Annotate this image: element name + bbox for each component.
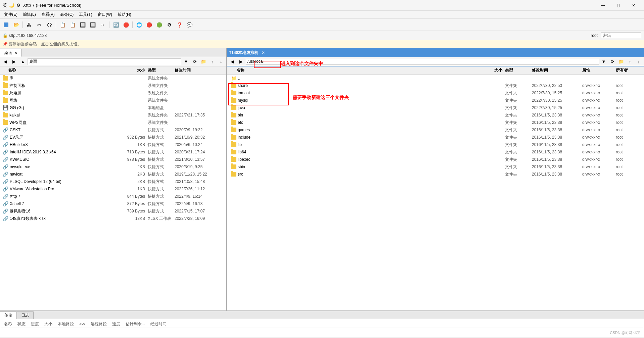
right-list-item[interactable]: mysql 文件夹 2022/7/30, 15:25 drwxr-xr-x ro… xyxy=(227,97,644,104)
left-header-date[interactable]: 修改时间 xyxy=(175,67,225,73)
toolbar-btn-12[interactable]: 🌐 xyxy=(134,20,144,30)
toolbar-btn-3[interactable]: ✂ xyxy=(35,20,44,30)
left-list-item[interactable]: kaikai 系统文件夹 2022/7/21, 17:35 xyxy=(0,111,226,119)
left-list-item[interactable]: 🔗IntelliJ IDEA 2019.3.3 x64 713 Bytes 快捷… xyxy=(0,148,226,156)
toolbar-btn-10[interactable]: 🔄 xyxy=(111,20,121,30)
left-list-item[interactable]: 网络 系统文件夹 xyxy=(0,97,226,104)
minimize-button[interactable]: — xyxy=(595,0,610,11)
toolbar-btn-16[interactable]: ❓ xyxy=(175,20,184,30)
menu-view[interactable]: 查看(V) xyxy=(39,11,57,18)
menu-window[interactable]: 窗口(W) xyxy=(95,11,115,18)
menu-command[interactable]: 命令(C) xyxy=(57,11,77,18)
toolbar-btn-7[interactable]: 🔲 xyxy=(78,20,87,30)
toolbar-btn-13[interactable]: 🔴 xyxy=(144,20,154,30)
left-scroll-down[interactable]: ↓ xyxy=(217,58,225,66)
left-tab-close[interactable]: ✕ xyxy=(14,51,17,55)
right-list-item[interactable]: java 文件夹 2022/7/30, 15:25 drwxr-xr-x roo… xyxy=(227,104,644,111)
left-header-size[interactable]: 大小 xyxy=(114,67,148,73)
bottom-tab-transfer[interactable]: 传输 xyxy=(0,311,17,319)
conn-password-input[interactable] xyxy=(601,32,641,39)
toolbar-btn-8[interactable]: 🔲 xyxy=(88,20,97,30)
left-list-item[interactable]: 🔗PLSQL Developer 12 (64 bit) 2KB 快捷方式 20… xyxy=(0,178,226,185)
toolbar-btn-6[interactable]: 📋 xyxy=(68,20,77,30)
left-path-dropdown[interactable]: ▼ xyxy=(182,58,190,66)
right-path-input[interactable] xyxy=(246,58,599,65)
left-new-folder-button[interactable]: 📁 xyxy=(199,58,208,66)
right-list-item[interactable]: lib 文件夹 2016/11/5, 23:38 drwxr-xr-x root xyxy=(227,141,644,148)
right-header-size[interactable]: 大小 xyxy=(471,67,505,73)
toolbar-btn-9[interactable]: ↔ xyxy=(98,20,107,30)
left-list-item[interactable]: 🔗navicat 2KB 快捷方式 2019/11/28, 15:22 xyxy=(0,171,226,178)
menu-edit[interactable]: 编辑(L) xyxy=(20,11,39,18)
left-list-item[interactable]: 🔗Xshell 7 872 Bytes 快捷方式 2022/4/9, 16:13 xyxy=(0,200,226,207)
left-list-item[interactable]: 🔗KWMUSIC 978 Bytes 快捷方式 2021/3/10, 13:57 xyxy=(0,156,226,163)
right-scroll-down[interactable]: ↓ xyxy=(635,57,643,65)
right-list-item[interactable]: bin 文件夹 2016/11/5, 23:38 drwxr-xr-x root xyxy=(227,111,644,119)
menu-help[interactable]: 帮助(H) xyxy=(115,11,134,18)
toolbar-btn-15[interactable]: ⚙ xyxy=(165,20,174,30)
right-header-owner[interactable]: 所有者 xyxy=(616,67,643,73)
left-list-item[interactable]: 🔗148班Y1数表表.xlsx 13KB XLSX 工作表 2022/7/28,… xyxy=(0,215,226,222)
toolbar-btn-5[interactable]: 📋 xyxy=(58,20,67,30)
right-list-item[interactable]: lib64 文件夹 2016/11/5, 23:38 drwxr-xr-x ro… xyxy=(227,148,644,156)
right-list-item[interactable]: etc 文件夹 2016/11/5, 23:38 drwxr-xr-x root xyxy=(227,119,644,126)
left-list-item[interactable]: 🔗Xftp 7 844 Bytes 快捷方式 2022/4/9, 16:14 xyxy=(0,193,226,200)
restore-button[interactable]: ⎕ xyxy=(610,0,626,11)
left-tab-desktop[interactable]: 桌面 ✕ xyxy=(0,49,21,57)
right-back-button[interactable]: ◀ xyxy=(228,57,236,65)
right-list-item[interactable]: 📁.. xyxy=(227,75,644,82)
right-scroll-up[interactable]: ↑ xyxy=(626,57,634,65)
menu-file[interactable]: 文件(E) xyxy=(1,11,20,18)
left-list-item[interactable]: 此电脑 系统文件夹 xyxy=(0,89,226,97)
left-list-item[interactable]: 🔗暴风影音16 739 Bytes 快捷方式 2022/7/15, 17:07 xyxy=(0,207,226,215)
right-header-type[interactable]: 类型 xyxy=(505,67,532,73)
gear-icon[interactable]: ⚙ xyxy=(16,3,20,8)
right-panel: T148本地虚拟机 ✕ ◀ ▶ ▼ ⟳ 📁 ↑ ↓ 名称 大小 类型 修改时间 … xyxy=(227,48,644,310)
left-list-item[interactable]: 🔗CSKT 快捷方式 2020/7/9, 19:32 xyxy=(0,126,226,134)
toolbar-btn-11[interactable]: 🛑 xyxy=(121,20,131,30)
toolbar-btn-14[interactable]: 🟢 xyxy=(154,20,164,30)
toolbar-btn-17[interactable]: 💬 xyxy=(185,20,194,30)
left-list-item[interactable]: 🔗VMware Workstation Pro 1KB 快捷方式 2022/7/… xyxy=(0,185,226,193)
right-tab-close[interactable]: ✕ xyxy=(262,50,265,55)
right-list-item[interactable]: include 文件夹 2016/11/5, 23:38 drwxr-xr-x … xyxy=(227,134,644,141)
left-back-button[interactable]: ◀ xyxy=(1,58,9,66)
right-file-list[interactable]: 📁.. share 文件夹 2022/7/30, 22:53 drwxr-xr-… xyxy=(227,75,644,310)
left-up-button[interactable]: ▲ xyxy=(19,58,27,66)
left-file-list[interactable]: 库 系统文件夹 控制面板 系统文件夹 此电脑 系统文件夹 网络 系统文件夹 💾G… xyxy=(0,75,226,310)
left-forward-button[interactable]: ▶ xyxy=(10,58,18,66)
right-header-name[interactable]: 名称 xyxy=(230,67,471,73)
left-list-item[interactable]: 💾GG (G:) 本地磁盘 xyxy=(0,104,226,111)
left-refresh-button[interactable]: ⟳ xyxy=(191,58,199,66)
right-path-dropdown[interactable]: ▼ xyxy=(600,57,608,65)
left-list-item[interactable]: 🔗mysqld.exe 2KB 快捷方式 2020/3/19, 9:35 xyxy=(0,163,226,171)
left-header-name[interactable]: 名称 xyxy=(1,67,114,73)
left-path-input[interactable] xyxy=(28,58,181,65)
right-list-item[interactable]: share 文件夹 2022/7/30, 22:53 drwxr-xr-x ro… xyxy=(227,82,644,89)
bh-eta: 估计剩余... xyxy=(123,321,148,327)
right-forward-button[interactable]: ▶ xyxy=(237,57,245,65)
toolbar-btn-4[interactable]: 🗘 xyxy=(45,20,54,30)
right-header-date[interactable]: 修改时间 xyxy=(532,67,582,73)
bottom-tab-log[interactable]: 日志 xyxy=(17,311,34,319)
right-list-item[interactable]: src 文件夹 2016/11/5, 23:38 drwxr-xr-x root xyxy=(227,171,644,178)
left-list-item[interactable]: 🔗HBuilderX 1KB 快捷方式 2020/5/6, 10:24 xyxy=(0,141,226,148)
left-list-item[interactable]: 控制面板 系统文件夹 xyxy=(0,82,226,89)
left-header-type[interactable]: 类型 xyxy=(148,67,175,73)
menu-tools[interactable]: 工具(T) xyxy=(76,11,95,18)
right-list-item[interactable]: sbin 文件夹 2016/11/5, 23:38 drwxr-xr-x roo… xyxy=(227,163,644,171)
left-list-item[interactable]: WPS网盘 系统文件夹 xyxy=(0,119,226,126)
close-button[interactable]: ✕ xyxy=(626,0,641,11)
left-list-item[interactable]: 库 系统文件夹 xyxy=(0,75,226,82)
right-list-item[interactable]: tomcat 文件夹 2022/7/30, 15:25 drwxr-xr-x r… xyxy=(227,89,644,97)
right-new-folder-button[interactable]: 📁 xyxy=(617,57,625,65)
right-list-item[interactable]: libexec 文件夹 2016/11/5, 23:38 drwxr-xr-x … xyxy=(227,156,644,163)
open-button[interactable]: 📂 xyxy=(11,20,21,30)
right-header-attr[interactable]: 属性 xyxy=(582,67,616,73)
left-scroll-up[interactable]: ↑ xyxy=(208,58,216,66)
left-list-item[interactable]: 🔗EV录屏 932 Bytes 快捷方式 2021/10/9, 20:32 xyxy=(0,134,226,141)
toolbar-btn-2[interactable]: 🖧 xyxy=(25,20,34,30)
right-list-item[interactable]: games 文件夹 2016/11/5, 23:38 drwxr-xr-x ro… xyxy=(227,126,644,134)
right-refresh-button[interactable]: ⟳ xyxy=(608,57,616,65)
new-session-button[interactable]: + xyxy=(1,20,11,30)
